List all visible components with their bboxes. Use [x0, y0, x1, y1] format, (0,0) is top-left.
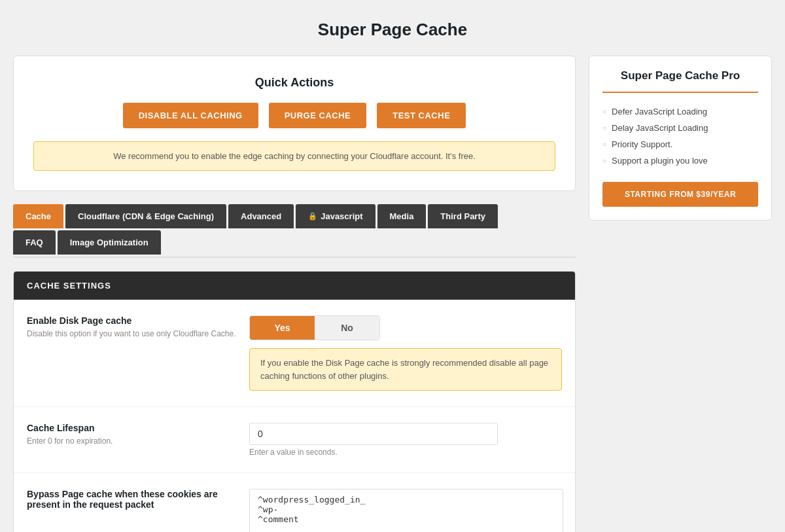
page-title: Super Page Cache [13, 20, 772, 40]
quick-actions-title: Quick Actions [33, 76, 555, 90]
pro-title: Super Page Cache Pro [602, 69, 758, 93]
cookies-control: ^wordpress_logged_in_ ^wp- ^comment [249, 489, 563, 532]
tabs-section: Cache Cloudflare (CDN & Edge Caching) Ad… [13, 204, 576, 258]
disk-cache-desc: Disable this option if you want to use o… [27, 328, 236, 340]
disk-cache-control: Yes No If you enable the Disk Page cache… [249, 315, 562, 391]
purge-cache-button[interactable]: PURGE CACHE [269, 103, 367, 128]
quick-actions-buttons: DISABLE ALL CACHING PURGE CACHE TEST CAC… [33, 103, 555, 128]
setting-row-disk-cache: Enable Disk Page cache Disable this opti… [14, 300, 575, 407]
setting-label-col: Enable Disk Page cache Disable this opti… [27, 315, 236, 340]
main-content: Quick Actions DISABLE ALL CACHING PURGE … [13, 56, 576, 532]
tab-javascript[interactable]: 🔒 Javascript [296, 204, 375, 228]
cookies-textarea[interactable]: ^wordpress_logged_in_ ^wp- ^comment [249, 489, 563, 532]
main-layout: Quick Actions DISABLE ALL CACHING PURGE … [13, 56, 772, 532]
tab-cache[interactable]: Cache [13, 204, 63, 228]
tabs-divider [13, 257, 576, 258]
page-wrapper: Super Page Cache Quick Actions DISABLE A… [0, 0, 785, 532]
cookies-label-col: Bypass Page cache when these cookies are… [27, 489, 236, 512]
lifespan-hint: Enter a value in seconds. [249, 448, 562, 457]
pro-feature-2: Delay JavaScript Loading [602, 120, 758, 136]
lock-icon: 🔒 [308, 212, 317, 221]
setting-row-bypass-cookies: Bypass Page cache when these cookies are… [14, 473, 575, 532]
pro-feature-1: Defer JavaScript Loading [602, 103, 758, 120]
cloudflare-notice: We recommend you to enable the edge cach… [33, 141, 555, 171]
pro-feature-4: Support a plugin you love [602, 152, 758, 169]
tab-cloudflare[interactable]: Cloudflare (CDN & Edge Caching) [65, 204, 226, 228]
tab-third-party[interactable]: Third Party [428, 204, 498, 228]
tabs-row: Cache Cloudflare (CDN & Edge Caching) Ad… [13, 204, 576, 230]
lifespan-control: Enter a value in seconds. [249, 423, 562, 457]
tab-image-optimization[interactable]: Image Optimization [58, 230, 161, 255]
setting-row-lifespan: Cache Lifespan Enter 0 for no expiration… [14, 407, 575, 473]
lifespan-label: Cache Lifespan [27, 423, 236, 433]
pro-sidebar: Super Page Cache Pro Defer JavaScript Lo… [589, 56, 772, 221]
lifespan-desc: Enter 0 for no expiration. [27, 436, 236, 447]
settings-header: CACHE SETTINGS [14, 272, 575, 300]
settings-body: Enable Disk Page cache Disable this opti… [14, 300, 575, 532]
disk-cache-label: Enable Disk Page cache [27, 315, 236, 326]
yes-no-toggle: Yes No [249, 315, 380, 340]
pro-cta-button[interactable]: STARTING FROM $39/YEAR [602, 182, 758, 207]
disable-caching-button[interactable]: DISABLE ALL CACHING [123, 103, 258, 128]
yes-button[interactable]: Yes [250, 316, 315, 340]
tabs-row-2: FAQ Image Optimization [13, 230, 576, 257]
quick-actions-card: Quick Actions DISABLE ALL CACHING PURGE … [13, 56, 576, 191]
tab-advanced[interactable]: Advanced [228, 204, 294, 228]
tab-media[interactable]: Media [377, 204, 427, 228]
tab-faq[interactable]: FAQ [13, 230, 56, 255]
settings-card: CACHE SETTINGS Enable Disk Page cache Di… [13, 271, 576, 532]
disk-cache-warning: If you enable the Disk Page cache is str… [249, 348, 562, 391]
test-cache-button[interactable]: TEST CACHE [377, 103, 466, 128]
no-button[interactable]: No [315, 316, 379, 340]
lifespan-label-col: Cache Lifespan Enter 0 for no expiration… [27, 423, 236, 447]
lifespan-input[interactable] [249, 423, 498, 445]
pro-feature-3: Priority Support. [602, 136, 758, 152]
pro-features: Defer JavaScript Loading Delay JavaScrip… [602, 103, 758, 169]
cookies-label: Bypass Page cache when these cookies are… [27, 489, 236, 510]
